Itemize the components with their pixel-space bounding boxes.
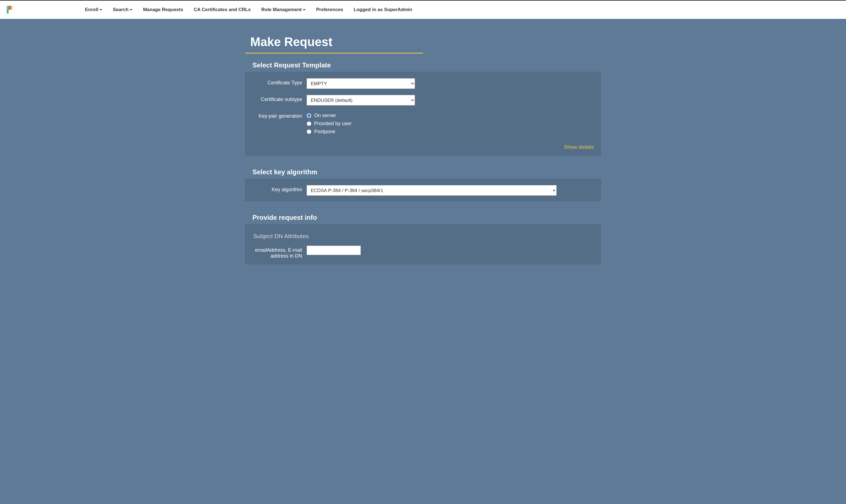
section-title-info: Provide request info (245, 212, 601, 224)
panel-template: Certificate Type EMPTY Certificate subty… (245, 72, 601, 156)
nav-enroll[interactable]: Enroll (85, 7, 102, 13)
nav-preferences[interactable]: Preferences (316, 7, 343, 13)
chevron-down-icon (303, 9, 306, 11)
page-title: Make Request (245, 30, 423, 54)
nav-role-management[interactable]: Role Management (261, 7, 306, 13)
section-title-template: Select Request Template (245, 60, 601, 72)
link-show-details[interactable]: Show details (564, 144, 594, 150)
show-details-wrap: Show details (248, 142, 598, 150)
row-keypair: Key-pair generation On server Provided b… (248, 112, 598, 136)
page-content: Make Request Select Request Template Cer… (229, 19, 617, 298)
radio-line-on-server: On server (307, 112, 598, 120)
radio-label-on-server: On server (314, 113, 336, 119)
row-email: emailAddress, E-mail address in DN (248, 246, 598, 259)
radio-label-provided-by-user: Provided by user (314, 121, 351, 127)
radio-label-postpone: Postpone (314, 129, 335, 134)
label-email: emailAddress, E-mail address in DN (248, 246, 307, 259)
panel-info: Subject DN Attributes emailAddress, E-ma… (245, 224, 601, 264)
row-cert-subtype: Certificate subtype ENDUSER (default) (248, 95, 598, 106)
nav-search[interactable]: Search (113, 7, 133, 13)
nav-ca-certs[interactable]: CA Certificates and CRLs (194, 7, 251, 13)
subheading-subject-dn: Subject DN Attributes (248, 231, 598, 246)
radio-line-provided-by-user: Provided by user (307, 120, 598, 128)
nav-search-label: Search (113, 7, 128, 12)
chevron-down-icon (100, 9, 102, 11)
radio-on-server[interactable] (307, 113, 311, 118)
nav-manage-requests[interactable]: Manage Requests (143, 7, 183, 13)
row-key-algo: Key algorithm ECDSA P-384 / P-384 / secp… (248, 185, 598, 196)
logo (7, 6, 13, 14)
row-cert-type: Certificate Type EMPTY (248, 78, 598, 89)
top-nav-bar: Enroll Search Manage Requests CA Certifi… (0, 0, 846, 19)
label-cert-type: Certificate Type (248, 78, 307, 86)
chevron-down-icon (130, 9, 133, 11)
select-key-algo[interactable]: ECDSA P-384 / P-384 / secp384r1 (307, 185, 557, 196)
radio-postpone[interactable] (307, 129, 311, 134)
main-nav: Enroll Search Manage Requests CA Certifi… (85, 7, 412, 13)
radio-line-postpone: Postpone (307, 128, 598, 136)
select-cert-subtype[interactable]: ENDUSER (default) (307, 95, 415, 106)
input-email[interactable] (307, 246, 361, 255)
label-cert-subtype: Certificate subtype (248, 95, 307, 103)
select-cert-type[interactable]: EMPTY (307, 78, 415, 89)
nav-logged-in[interactable]: Logged in as SuperAdmin (354, 7, 412, 13)
nav-role-management-label: Role Management (261, 7, 301, 12)
panel-key: Key algorithm ECDSA P-384 / P-384 / secp… (245, 179, 601, 201)
nav-enroll-label: Enroll (85, 7, 98, 12)
label-keypair: Key-pair generation (248, 112, 307, 119)
label-key-algo: Key algorithm (248, 185, 307, 193)
radio-provided-by-user[interactable] (307, 121, 311, 126)
section-title-key: Select key algorithm (245, 166, 601, 179)
